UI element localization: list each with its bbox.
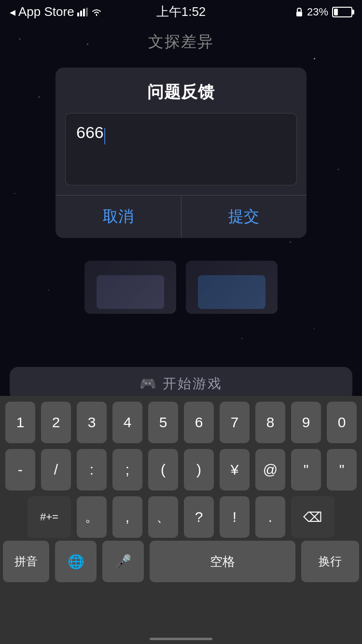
key-3[interactable]: 3 [77,402,107,443]
key-colon[interactable]: : [77,449,107,490]
svg-rect-2 [83,9,85,16]
dialog-title: 问题反馈 [147,83,215,101]
battery-icon [332,7,352,17]
svg-rect-4 [296,12,302,16]
signal-icon [77,8,88,16]
cancel-button[interactable]: 取消 [56,196,181,238]
wifi-icon [91,8,102,16]
key-mic[interactable]: 🎤 [102,541,144,582]
app-title: 文探差异 [0,31,362,53]
key-9[interactable]: 9 [291,402,321,443]
key-lparen[interactable]: ( [148,449,178,490]
svg-rect-1 [80,11,82,16]
status-right: 23% [295,6,352,18]
status-left: ◂ App Store [10,4,102,19]
key-dot[interactable]: . [255,496,285,538]
card-thumb-left [84,261,176,314]
text-cursor [104,128,105,144]
keyboard: 1 2 3 4 5 6 7 8 9 0 - / : ; ( ) ¥ @ " " … [0,396,362,644]
key-row-2: - / : ; ( ) ¥ @ " " [3,449,359,490]
key-1[interactable]: 1 [5,402,35,443]
key-rows: 1 2 3 4 5 6 7 8 9 0 - / : ; ( ) ¥ @ " " … [0,396,362,538]
dialog-buttons: 取消 提交 [56,196,306,238]
key-6[interactable]: 6 [184,402,214,443]
key-4[interactable]: 4 [112,402,142,443]
start-game-label: 🎮 开始游戏 [139,375,223,393]
key-row-3: #+= 。 , 、 ? ! . ⌫ [3,496,359,538]
key-space[interactable]: 空格 [150,541,295,582]
key-pause[interactable]: 、 [148,496,178,538]
key-rparen[interactable]: ) [184,449,214,490]
feedback-input-text[interactable]: 666 [76,123,104,141]
key-minus[interactable]: - [5,449,35,490]
key-return[interactable]: 换行 [301,541,359,582]
submit-button[interactable]: 提交 [181,196,307,238]
home-indicator [150,638,212,640]
dialog-header: 问题反馈 [56,68,306,113]
battery-percent: 23% [307,6,328,18]
key-semicolon[interactable]: ; [112,449,142,490]
key-7[interactable]: 7 [220,402,250,443]
key-dquote2[interactable]: " [327,449,357,490]
status-time: 上午1:52 [156,3,206,20]
card-thumb-inner-right [198,275,265,309]
key-yen[interactable]: ¥ [220,449,250,490]
card-thumb-inner-left [97,275,164,309]
feedback-input-area[interactable]: 666 [65,113,297,185]
key-dquote1[interactable]: " [291,449,321,490]
key-pinyin[interactable]: 拼音 [3,541,49,582]
key-slash[interactable]: / [41,449,71,490]
back-arrow[interactable]: ◂ [10,5,15,19]
card-thumb-right [186,261,278,314]
key-row-bottom: 拼音 🌐 🎤 空格 换行 [0,538,362,579]
key-2[interactable]: 2 [41,402,71,443]
svg-rect-3 [86,8,88,16]
cards-row [84,261,278,314]
key-exclaim[interactable]: ! [220,496,250,538]
status-bar: ◂ App Store 上午1:52 23% [0,0,362,24]
key-8[interactable]: 8 [255,402,285,443]
key-symbols-toggle[interactable]: #+= [28,496,71,538]
key-globe[interactable]: 🌐 [55,541,97,582]
key-period-cn[interactable]: 。 [77,496,107,538]
key-at[interactable]: @ [255,449,285,490]
carrier-label: App Store [18,4,74,19]
key-5[interactable]: 5 [148,402,178,443]
svg-rect-0 [77,13,79,16]
key-backspace[interactable]: ⌫ [291,496,334,538]
key-comma[interactable]: , [112,496,142,538]
lock-icon [295,7,303,17]
key-0[interactable]: 0 [327,402,357,443]
feedback-dialog: 问题反馈 666 取消 提交 [56,68,306,238]
key-row-1: 1 2 3 4 5 6 7 8 9 0 [3,402,359,443]
key-question[interactable]: ? [184,496,214,538]
